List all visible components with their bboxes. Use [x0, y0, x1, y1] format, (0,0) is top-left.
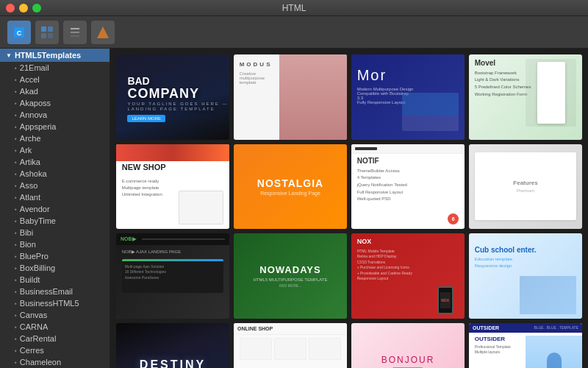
template-destiny[interactable]: DESTINY	[116, 323, 229, 369]
template-bonjour[interactable]: BONJOUR Elegant Template	[351, 323, 465, 369]
template-label-nox: NOX	[357, 238, 372, 245]
template-nob[interactable]: NOB▶ NOB▶ AJAX LANDING PAGE Multi-page A…	[116, 233, 229, 319]
window-controls[interactable]	[6, 4, 41, 13]
template-content-misc1: Features Premium	[475, 152, 577, 220]
template-grid: BadCOMPANYyour tagline goes here — landi…	[116, 54, 582, 368]
template-title-bad-company: BadCOMPANYyour tagline goes here — landi…	[127, 76, 229, 111]
sidebar-item-bion[interactable]: Bion	[0, 238, 110, 250]
minimize-button[interactable]	[19, 4, 28, 13]
template-title-destiny: DESTINY	[140, 358, 206, 368]
template-nostalgia[interactable]: NOSTALGIA Responsive Landing Page	[234, 144, 347, 230]
app-icon-1: C	[12, 25, 26, 40]
sidebar-item-atlant[interactable]: Atlant	[0, 191, 110, 203]
toolbar-icon-4[interactable]	[91, 21, 115, 44]
template-device-mor	[402, 93, 459, 131]
sidebar-group-header[interactable]: HTML5Templates	[0, 49, 110, 62]
template-title-mor: Mor	[357, 67, 387, 84]
template-nav-notif	[351, 144, 465, 155]
content-area: BadCOMPANYyour tagline goes here — landi…	[110, 49, 588, 368]
svg-rect-2	[41, 26, 46, 32]
sidebar-item-chameleon[interactable]: Chameleon	[0, 356, 110, 368]
sidebar-item-arche[interactable]: Arche	[0, 132, 110, 144]
sidebar-item-akaposs[interactable]: Akaposs	[0, 97, 110, 109]
sidebar-item-cerres[interactable]: Cerres	[0, 344, 110, 356]
window-title: HTML	[282, 3, 306, 13]
template-device-movel	[526, 59, 576, 127]
sidebar-item-businesshtml5[interactable]: BusinessHTML5	[0, 297, 110, 309]
sidebar-item-bluepro[interactable]: BluePro	[0, 250, 110, 262]
template-sub-modus: Creative multipurpose template	[240, 71, 279, 85]
template-notif[interactable]: NOTIF ThemeBuilder Access4 TemplatesjQue…	[351, 144, 465, 230]
svg-rect-5	[48, 33, 53, 38]
close-button[interactable]	[6, 4, 15, 13]
sidebar-item-buildt[interactable]: Buildt	[0, 274, 110, 286]
app-icon-3	[68, 25, 82, 40]
template-title-nostalgia: NOSTALGIA Responsive Landing Page	[257, 177, 323, 196]
template-online-shop[interactable]: ONLINE SHOP	[234, 323, 347, 369]
template-title-nowadays: NOWADAYS HTML5 MULTIPURPOSE TEMPLATE AND…	[240, 264, 342, 288]
template-title-bonjour: BONJOUR Elegant Template	[381, 355, 435, 368]
template-nowadays[interactable]: NOWADAYS HTML5 MULTIPURPOSE TEMPLATE AND…	[234, 233, 347, 319]
sidebar-item-accel[interactable]: Accel	[0, 74, 110, 85]
template-img-cub	[520, 276, 576, 314]
main-area: HTML5Templates 21Email Accel Akad Akapos…	[0, 49, 588, 368]
template-nav-os: ONLINE SHOP	[234, 323, 347, 335]
toolbar-icon-2[interactable]	[35, 21, 59, 44]
template-nav-out: OUTSIDER BLUE . BLUE . TEMPLATE	[469, 323, 582, 333]
template-sub-movel: Bootstrap FrameworkLight & Dark Variatio…	[475, 70, 531, 98]
template-sub-nox: HTML Mobile TemplateRetina and HDP Displ…	[357, 249, 412, 282]
sidebar-item-akad[interactable]: Akad	[0, 85, 110, 97]
svg-text:C: C	[17, 29, 22, 37]
sidebar-item-carrental[interactable]: CarRental	[0, 333, 110, 344]
svg-rect-4	[41, 33, 46, 38]
template-outsider[interactable]: OUTSIDER BLUE . BLUE . TEMPLATE OUTSIDER…	[469, 323, 582, 369]
svg-marker-6	[97, 26, 109, 38]
template-movel[interactable]: Movel Bootstrap FrameworkLight & Dark Va…	[469, 54, 582, 140]
sidebar-item-ashoka[interactable]: Ashoka	[0, 168, 110, 180]
title-bar: HTML	[0, 0, 588, 16]
sidebar-item-annova[interactable]: Annova	[0, 109, 110, 121]
toolbar-icon-3[interactable]	[63, 21, 87, 44]
sidebar-item-avendor[interactable]: Avendor	[0, 203, 110, 215]
toolbar-icon-1[interactable]: C	[7, 21, 31, 44]
template-body-nob: Multi-page Ajax Solution16 Different Tec…	[122, 259, 224, 293]
sidebar-item-21email[interactable]: 21Email	[0, 62, 110, 74]
template-misc1[interactable]: Features Premium	[469, 144, 582, 230]
sidebar-item-canvas[interactable]: Canvas	[0, 309, 110, 321]
template-label-nob: NOB▶ AJAX LANDING PAGE	[122, 249, 182, 254]
template-person-out	[526, 336, 582, 368]
app-icon-2	[40, 25, 54, 40]
sidebar-item-bibi[interactable]: Bibi	[0, 227, 110, 238]
template-nox[interactable]: NOX HTML Mobile TemplateRetina and HDP D…	[351, 233, 465, 319]
template-title-movel: Movel	[475, 59, 495, 67]
sidebar-item-artika[interactable]: Artika	[0, 156, 110, 168]
template-badge-notif: 6	[448, 213, 459, 224]
sidebar-item-babytime[interactable]: BabyTime	[0, 215, 110, 227]
sidebar-item-ark[interactable]: Ark	[0, 144, 110, 156]
template-phone-nox: NOX	[437, 286, 453, 314]
svg-rect-3	[48, 26, 53, 32]
sidebar-item-appsperia[interactable]: Appsperia	[0, 121, 110, 132]
template-products-os	[240, 338, 342, 360]
template-bad-company[interactable]: BadCOMPANYyour tagline goes here — landi…	[116, 54, 229, 140]
sidebar-item-asso[interactable]: Asso	[0, 180, 110, 191]
template-title-modus: MODUS	[240, 61, 273, 68]
template-sub-ns: E-commerce readyMultipage templateUnlimi…	[122, 178, 162, 198]
sidebar-item-carna[interactable]: CARNA	[0, 321, 110, 333]
template-device-ns	[179, 191, 224, 224]
template-title-notif: NOTIF	[357, 157, 379, 165]
maximize-button[interactable]	[32, 4, 41, 13]
sidebar: HTML5Templates 21Email Accel Akad Akapos…	[0, 49, 110, 368]
template-header-ns	[116, 144, 229, 161]
sidebar-item-boxbilling[interactable]: BoxBilling	[0, 262, 110, 274]
template-cta: LEARN MORE	[127, 115, 165, 122]
template-cub-school[interactable]: Cub school enter. Education templateResp…	[469, 233, 582, 319]
template-content-out: OUTSIDER Professional TemplateMultiple l…	[475, 336, 526, 355]
template-content-cub: Cub school enter. Education templateResp…	[475, 246, 577, 269]
template-title-ns: NEW SHOP	[122, 163, 166, 171]
template-mor[interactable]: Mor Modern Multipurpose DesignCompatible…	[351, 54, 465, 140]
template-modus[interactable]: MODUS Creative multipurpose template	[234, 54, 347, 140]
toolbar: C	[0, 16, 588, 49]
template-new-shop[interactable]: NEW SHOP E-commerce readyMultipage templ…	[116, 144, 229, 230]
sidebar-item-businessemail[interactable]: BusinessEmail	[0, 286, 110, 297]
